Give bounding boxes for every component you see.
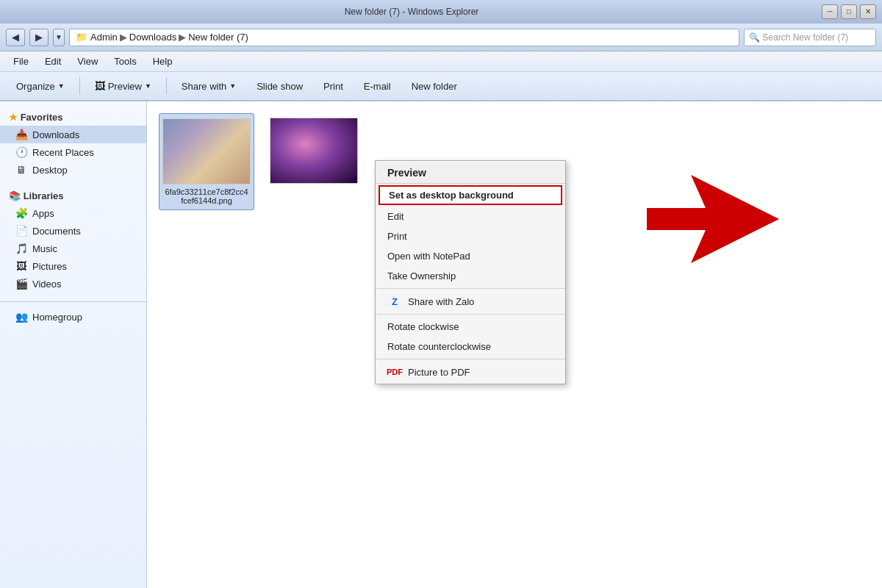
path-folder-icon: 📁 <box>76 32 87 43</box>
context-menu: Preview Set as desktop background Edit P… <box>375 160 566 384</box>
preview-arrow: ▼ <box>145 82 151 90</box>
window-controls: ─ □ ✕ <box>822 4 876 19</box>
recent-places-icon: 🕐 <box>15 146 28 158</box>
ctx-share-zalo-label: Share with Zalo <box>408 296 474 307</box>
menu-tools[interactable]: Tools <box>107 54 143 69</box>
slide-show-button[interactable]: Slide show <box>248 75 312 97</box>
ctx-sep-3 <box>376 359 565 359</box>
ctx-rotate-ccw[interactable]: Rotate counterclockwise <box>376 337 565 356</box>
documents-icon: 📄 <box>15 225 28 237</box>
preview-button[interactable]: 🖼 Preview ▼ <box>86 75 160 97</box>
email-button[interactable]: E-mail <box>355 75 400 97</box>
sidebar-item-recent-places[interactable]: 🕐 Recent Places <box>0 143 146 161</box>
sidebar-item-downloads[interactable]: 📥 Downloads <box>0 126 146 143</box>
title-bar: New folder (7) - Windows Explorer ─ □ ✕ <box>0 0 882 24</box>
recent-places-label: Recent Places <box>32 147 94 158</box>
title-bar-text: New folder (7) - Windows Explorer <box>6 7 817 17</box>
downloads-label: Downloads <box>32 129 79 140</box>
favorites-star-icon: ★ <box>9 112 18 123</box>
ctx-take-ownership[interactable]: Take Ownership <box>376 266 565 286</box>
ctx-open-notepad-label: Open with NotePad <box>387 251 470 262</box>
sidebar-item-music[interactable]: 🎵 Music <box>0 240 146 257</box>
ctx-edit[interactable]: Edit <box>376 207 565 226</box>
sidebar-item-apps[interactable]: 🧩 Apps <box>0 204 146 222</box>
toolbar: Organize ▼ 🖼 Preview ▼ Share with ▼ Slid… <box>0 72 882 101</box>
music-label: Music <box>32 243 57 254</box>
videos-label: Videos <box>32 279 62 290</box>
homegroup-label: Homegroup <box>32 312 82 323</box>
apps-label: Apps <box>32 208 54 219</box>
organize-label: Organize <box>16 81 55 92</box>
libraries-header: 📚 Libraries <box>0 186 146 204</box>
path-sep-2: ▶ <box>179 32 186 43</box>
ctx-print-label: Print <box>387 231 407 242</box>
address-path[interactable]: 📁 Admin ▶ Downloads ▶ New folder (7) <box>69 29 739 46</box>
path-segment-folder: New folder (7) <box>188 32 248 43</box>
thumb-sky-image <box>163 119 250 184</box>
ctx-set-desktop-background[interactable]: Set as desktop background <box>379 185 562 205</box>
toolbar-sep-1 <box>79 77 80 95</box>
preview-icon: 🖼 <box>95 80 105 92</box>
ctx-take-ownership-label: Take Ownership <box>387 270 456 282</box>
sidebar-item-desktop[interactable]: 🖥 Desktop <box>0 161 146 179</box>
ctx-open-notepad[interactable]: Open with NotePad <box>376 246 565 266</box>
pdf-icon: PDF <box>387 366 402 378</box>
path-segment-downloads: Downloads <box>129 32 176 43</box>
file-item-2[interactable] <box>266 113 362 210</box>
address-bar: ◀ ▶ ▼ 📁 Admin ▶ Downloads ▶ New folder (… <box>0 24 882 51</box>
documents-label: Documents <box>32 226 81 237</box>
organize-button[interactable]: Organize ▼ <box>7 75 74 97</box>
menu-edit[interactable]: Edit <box>37 54 68 69</box>
pictures-icon: 🖼 <box>15 260 28 272</box>
ctx-edit-label: Edit <box>387 211 404 222</box>
main-layout: ★ Favorites 📥 Downloads 🕐 Recent Places … <box>0 101 882 588</box>
path-sep-1: ▶ <box>120 32 127 43</box>
ctx-rotate-ccw-label: Rotate counterclockwise <box>387 341 491 352</box>
menu-file[interactable]: File <box>6 54 36 69</box>
context-menu-header: Preview <box>376 162 565 184</box>
share-with-button[interactable]: Share with ▼ <box>173 75 245 97</box>
back-button[interactable]: ◀ <box>6 29 25 46</box>
ctx-rotate-cw[interactable]: Rotate clockwise <box>376 317 565 337</box>
menu-help[interactable]: Help <box>146 54 180 69</box>
content-area: 6fa9c33211ce7c8f2cc4fcef6144d.png Previe… <box>147 101 882 588</box>
dropdown-button[interactable]: ▼ <box>53 29 65 46</box>
favorites-header: ★ Favorites <box>0 107 146 126</box>
sidebar-item-homegroup[interactable]: 👥 Homegroup <box>0 308 146 326</box>
ctx-print[interactable]: Print <box>376 226 565 246</box>
sidebar: ★ Favorites 📥 Downloads 🕐 Recent Places … <box>0 101 147 588</box>
sidebar-item-pictures[interactable]: 🖼 Pictures <box>0 257 146 275</box>
organize-arrow: ▼ <box>58 82 65 90</box>
search-button[interactable]: 🔍 Search New folder (7) <box>744 29 876 46</box>
music-icon: 🎵 <box>15 243 28 254</box>
new-folder-label: New folder <box>412 81 457 92</box>
menu-bar: File Edit View Tools Help <box>0 51 882 72</box>
file-name-1: 6fa9c33211ce7c8f2cc4fcef6144d.png <box>164 187 249 205</box>
thumbnail-2 <box>270 118 358 184</box>
print-button[interactable]: Print <box>315 75 352 97</box>
libraries-icon: 📚 <box>9 190 21 201</box>
videos-icon: 🎬 <box>15 278 28 290</box>
sidebar-item-documents[interactable]: 📄 Documents <box>0 222 146 240</box>
ctx-picture-to-pdf[interactable]: PDF Picture to PDF <box>376 362 565 382</box>
close-button[interactable]: ✕ <box>860 4 876 19</box>
ctx-sep-2 <box>376 314 565 315</box>
sidebar-bottom: 👥 Homegroup <box>0 301 146 326</box>
file-item-1[interactable]: 6fa9c33211ce7c8f2cc4fcef6144d.png <box>159 113 254 210</box>
ctx-picture-to-pdf-label: Picture to PDF <box>408 367 470 378</box>
menu-view[interactable]: View <box>70 54 105 69</box>
ctx-share-zalo[interactable]: Z Share with Zalo <box>376 291 565 312</box>
slide-show-label: Slide show <box>257 81 303 92</box>
sidebar-item-videos[interactable]: 🎬 Videos <box>0 275 146 293</box>
forward-button[interactable]: ▶ <box>29 29 49 46</box>
maximize-button[interactable]: □ <box>841 4 857 19</box>
new-folder-button[interactable]: New folder <box>403 75 466 97</box>
downloads-icon: 📥 <box>15 129 28 140</box>
homegroup-icon: 👥 <box>15 311 28 323</box>
path-segment-admin: Admin <box>90 32 118 43</box>
minimize-button[interactable]: ─ <box>822 4 838 19</box>
thumb-galaxy-image <box>270 118 357 183</box>
ctx-sep-1 <box>376 288 565 289</box>
desktop-label: Desktop <box>32 165 68 176</box>
share-with-label: Share with <box>182 81 226 92</box>
